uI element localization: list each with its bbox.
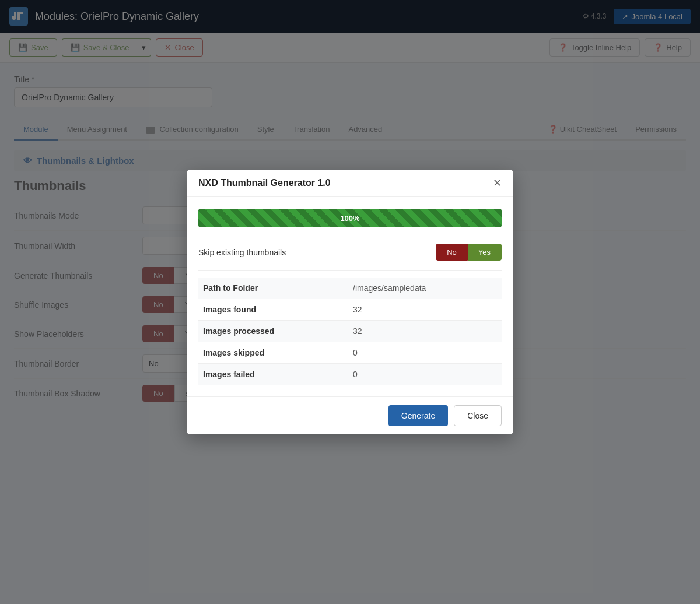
path-folder-value: /images/sampledata [348,278,502,299]
images-failed-value: 0 [348,364,502,385]
images-found-label: Images found [198,299,348,321]
generate-button[interactable]: Generate [388,405,448,420]
skip-toggle-group: No Yes [436,244,502,261]
table-row: Images found 32 [198,299,502,321]
images-processed-value: 32 [348,321,502,342]
images-skipped-value: 0 [348,342,502,364]
modal-close-x-button[interactable]: ✕ [493,178,502,188]
skip-row: Skip existing thumbnails No Yes [198,237,502,271]
images-found-value: 32 [348,299,502,321]
modal-title: NXD Thumbnail Generator 1.0 [198,178,331,188]
skip-no-button[interactable]: No [436,244,468,261]
table-row: Images skipped 0 [198,342,502,364]
info-table: Path to Folder /images/sampledata Images… [198,278,502,385]
modal-body: 100% Skip existing thumbnails No Yes Pat… [187,197,513,396]
path-folder-label: Path to Folder [198,278,348,299]
images-skipped-label: Images skipped [198,342,348,364]
progress-bar-container: 100% [198,209,502,227]
progress-bar-label: 100% [198,209,502,227]
modal-overlay: NXD Thumbnail Generator 1.0 ✕ 100% Skip … [0,0,700,420]
modal-close-button[interactable]: Close [454,405,502,420]
table-row: Images failed 0 [198,364,502,385]
table-row: Images processed 32 [198,321,502,342]
modal-header: NXD Thumbnail Generator 1.0 ✕ [187,170,513,197]
thumbnail-generator-modal: NXD Thumbnail Generator 1.0 ✕ 100% Skip … [187,170,513,420]
skip-label: Skip existing thumbnails [198,248,286,257]
table-row: Path to Folder /images/sampledata [198,278,502,299]
modal-footer: Generate Close [187,396,513,420]
images-failed-label: Images failed [198,364,348,385]
images-processed-label: Images processed [198,321,348,342]
skip-yes-button[interactable]: Yes [468,244,502,261]
